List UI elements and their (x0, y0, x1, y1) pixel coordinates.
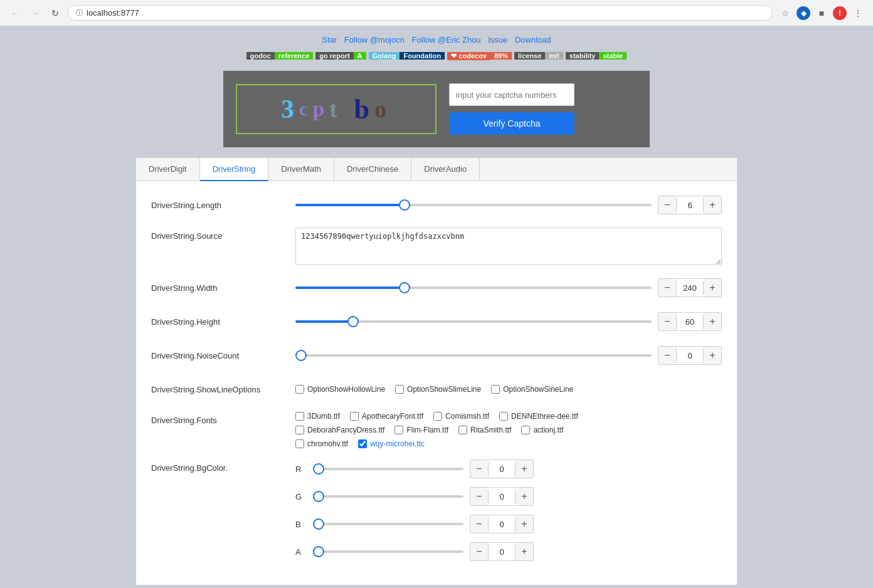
font-rita-smith-checkbox[interactable] (458, 426, 467, 434)
font-flim-flam-checkbox[interactable] (394, 426, 403, 434)
tab-driver-audio[interactable]: DriverAudio (411, 158, 480, 181)
font-apothecary[interactable]: ApothecaryFont.ttf (350, 412, 423, 421)
tab-driver-chinese[interactable]: DriverChinese (334, 158, 411, 181)
captcha-box: 3 c p t b o Verify Captcha (223, 71, 650, 147)
length-num-control: − 6 + (658, 196, 722, 214)
star-link[interactable]: Star (322, 35, 337, 45)
font-wqy-label: wqy-microhei.ttc (370, 439, 425, 448)
font-wqy-checkbox[interactable] (358, 439, 367, 448)
font-chromohv[interactable]: chromohv.ttf (295, 439, 348, 448)
bgcolor-a-minus-button[interactable]: − (470, 543, 488, 560)
noise-count-plus-button[interactable]: + (704, 347, 721, 364)
font-rita-smith[interactable]: RitaSmith.ttf (458, 426, 511, 434)
option-hollow-line[interactable]: OptionShowHollowLine (295, 385, 385, 394)
bgcolor-a-plus-button[interactable]: + (516, 543, 533, 560)
height-minus-button[interactable]: − (659, 313, 676, 330)
font-apothecary-checkbox[interactable] (350, 412, 359, 421)
source-textarea[interactable]: 1234567890qwertyuioplkjhgfdsazxcvbnm (295, 228, 722, 265)
option-slime-line-checkbox[interactable] (395, 385, 404, 394)
width-slider[interactable] (295, 286, 652, 289)
length-plus-button[interactable]: + (704, 196, 721, 214)
badge-goreport: go report A (315, 50, 366, 62)
option-sine-line[interactable]: OptionShowSineLine (491, 385, 573, 394)
captcha-input[interactable] (449, 83, 574, 106)
lock-icon: ⓘ (76, 8, 83, 18)
font-deborah[interactable]: DeborahFancyDress.ttf (295, 426, 384, 434)
font-chromohv-checkbox[interactable] (295, 439, 304, 448)
bgcolor-a-slider[interactable] (313, 550, 463, 553)
puzzle-icon[interactable]: ■ (814, 6, 829, 21)
bgcolor-r-plus-button[interactable]: + (516, 460, 533, 478)
follow-eric-link[interactable]: Follow @Eric Zhou (412, 35, 481, 45)
length-label: DriverString.Length (151, 201, 295, 210)
bgcolor-b-row: B − 0 + (295, 515, 534, 533)
forward-button[interactable]: → (28, 6, 43, 21)
height-plus-button[interactable]: + (704, 313, 721, 330)
font-actionj-label: actionj.ttf (533, 426, 563, 434)
bgcolor-b-plus-button[interactable]: + (516, 515, 533, 533)
tabs: DriverDigit DriverString DriverMath Driv… (136, 158, 737, 181)
font-3dumb[interactable]: 3Dumb.ttf (295, 412, 340, 421)
tab-driver-digit[interactable]: DriverDigit (136, 158, 200, 181)
font-flim-flam[interactable]: Flim-Flam.ttf (394, 426, 448, 434)
length-minus-button[interactable]: − (659, 196, 676, 214)
font-comismsh[interactable]: Comismsh.ttf (433, 412, 489, 421)
tab-driver-math[interactable]: DriverMath (268, 158, 334, 181)
height-num-control: − 60 + (658, 312, 722, 331)
bookmark-icon[interactable]: ☆ (778, 6, 793, 21)
fonts-row: DriverString.Fonts 3Dumb.ttf ApothecaryF… (151, 412, 722, 448)
option-sine-line-checkbox[interactable] (491, 385, 500, 394)
badges-bar: godoc reference go report A Golang Found… (0, 50, 873, 62)
length-control: − 6 + (295, 196, 722, 214)
fonts-section: 3Dumb.ttf ApothecaryFont.ttf Comismsh.tt… (295, 412, 578, 448)
reload-button[interactable]: ↻ (48, 6, 63, 21)
page-content: Star Follow @mojocn Follow @Eric Zhou Is… (0, 26, 873, 588)
extension-icon-red[interactable]: ! (833, 6, 847, 20)
issue-link[interactable]: Issue (488, 35, 507, 45)
option-slime-line[interactable]: OptionShowSlimeLine (395, 385, 481, 394)
badge-golang: Golang Foundation (369, 50, 445, 62)
download-link[interactable]: Download (515, 35, 551, 45)
font-actionj-checkbox[interactable] (521, 426, 530, 434)
height-control: − 60 + (295, 312, 722, 331)
bgcolor-r-minus-button[interactable]: − (470, 460, 488, 478)
bgcolor-b-minus-button[interactable]: − (470, 515, 488, 533)
bgcolor-g-num-control: − 0 + (470, 487, 534, 506)
noise-count-minus-button[interactable]: − (659, 347, 676, 364)
bgcolor-g-minus-button[interactable]: − (470, 488, 488, 505)
bgcolor-g-row: G − 0 + (295, 487, 534, 506)
bgcolor-r-slider[interactable] (313, 468, 463, 470)
browser-bar: ← → ↻ ⓘ localhost:8777 ☆ ◆ ■ ! ⋮ (0, 0, 873, 26)
bgcolor-g-slider[interactable] (313, 495, 463, 498)
back-button[interactable]: ← (8, 6, 23, 21)
bgcolor-r-row: R − 0 + (295, 459, 534, 478)
length-slider[interactable] (295, 204, 652, 206)
fonts-row-3: chromohv.ttf wqy-microhei.ttc (295, 439, 578, 448)
bgcolor-g-plus-button[interactable]: + (516, 488, 533, 505)
length-slider-container (295, 204, 652, 206)
main-panel: DriverDigit DriverString DriverMath Driv… (135, 157, 738, 585)
bgcolor-r-num-control: − 0 + (470, 459, 534, 478)
url-bar[interactable]: ⓘ localhost:8777 (68, 5, 773, 21)
menu-icon[interactable]: ⋮ (850, 6, 865, 21)
font-deborah-label: DeborahFancyDress.ttf (307, 426, 384, 434)
font-comismsh-label: Comismsh.ttf (445, 412, 489, 421)
font-comismsh-checkbox[interactable] (433, 412, 442, 421)
noise-count-slider[interactable] (295, 354, 652, 357)
option-hollow-line-checkbox[interactable] (295, 385, 304, 394)
font-denne-checkbox[interactable] (499, 412, 508, 421)
verify-captcha-button[interactable]: Verify Captcha (449, 112, 574, 135)
width-num-control: − 240 + (658, 278, 722, 297)
font-actionj[interactable]: actionj.ttf (521, 426, 563, 434)
bgcolor-b-slider[interactable] (313, 523, 463, 525)
tab-driver-string[interactable]: DriverString (200, 158, 269, 181)
font-wqy[interactable]: wqy-microhei.ttc (358, 439, 425, 448)
font-deborah-checkbox[interactable] (295, 426, 304, 434)
font-denne[interactable]: DENNEthree-dee.ttf (499, 412, 578, 421)
width-plus-button[interactable]: + (704, 279, 721, 297)
width-minus-button[interactable]: − (659, 279, 676, 297)
follow-mojocn-link[interactable]: Follow @mojocn (344, 35, 405, 45)
font-3dumb-checkbox[interactable] (295, 412, 304, 421)
height-slider[interactable] (295, 320, 652, 323)
extension-icon-blue[interactable]: ◆ (796, 6, 810, 20)
